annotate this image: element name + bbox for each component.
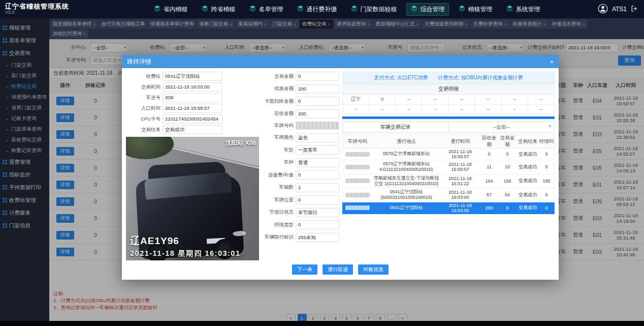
top-bar: 辽宁省稽核管理系统 V2.0 省内稽核 跨省稽核 名单管理 通行费补缴 xyxy=(0,0,644,18)
layers-icon xyxy=(459,5,465,13)
detail-cell: -- xyxy=(422,95,448,105)
field-value: 2021-11-18 15:59:57 xyxy=(163,104,222,113)
layers-icon xyxy=(506,5,513,13)
topnav-label: 门架数据校核 xyxy=(360,5,397,14)
photo-plate-overlay: 辽AE1Y96 xyxy=(130,234,179,248)
field-label: 交易金额 xyxy=(262,73,296,80)
records-column-header: 交易结果 xyxy=(517,138,539,145)
topnav-label: 省内稽核 xyxy=(163,5,187,14)
avatar-icon[interactable] xyxy=(598,4,608,15)
time-cell: 2021-11-18 16:03:00 xyxy=(440,203,480,213)
code-cell: 195 xyxy=(539,179,554,184)
field-value: 0 xyxy=(296,220,339,229)
field-row: 车牌颜色 蓝色 xyxy=(262,133,339,142)
blurred-plate xyxy=(345,205,370,210)
field-label: 收费站 xyxy=(126,73,163,80)
topnav-label: 名单管理 xyxy=(259,5,283,14)
modal-action-button[interactable]: 下一条 xyxy=(292,264,317,275)
left-fields: 收费站 0541辽宁沈阳站 交易时间 2021-11-18 16:03:00 车… xyxy=(126,72,259,136)
detail-cell: -- xyxy=(528,95,555,105)
field-label: 车道号 xyxy=(126,95,163,101)
time-cell: 2021-11-18 15:59:57 xyxy=(440,149,480,159)
field-label: 车型 xyxy=(262,147,296,154)
amount-cell: 0 xyxy=(498,152,517,157)
record-row[interactable]: 浑南新城东互通立交-下深沟枢纽立交 1(G111321004000210010)… xyxy=(342,174,555,189)
result-cell: 交易成功 xyxy=(517,151,539,158)
topnav-item[interactable]: 门架数据校核 xyxy=(346,3,401,16)
topnav-item[interactable]: 名单管理 xyxy=(245,3,287,16)
bush-shape xyxy=(126,137,174,159)
record-row[interactable]: 0541辽宁沈阳站 2021-11-18 16:03:00 200 0 交易成功… xyxy=(342,202,555,214)
field-row: CPU卡号 21011740230031402454 xyxy=(126,114,259,124)
field-label: 应收金额 xyxy=(262,110,296,117)
due-cell: 11 xyxy=(480,164,498,169)
layers-icon xyxy=(202,5,208,13)
field-label: 交易结果 xyxy=(126,127,163,133)
blurred-plate xyxy=(345,179,370,183)
logout-icon[interactable] xyxy=(631,5,638,14)
detail-cell: -- xyxy=(449,95,475,105)
topnav-label: 综合管理 xyxy=(420,5,444,14)
transaction-detail-title: 交易明细 xyxy=(342,84,555,95)
detail-cell: -- xyxy=(369,105,396,114)
topnav-item[interactable]: 省内稽核 xyxy=(149,3,192,16)
app-version: V2.0 xyxy=(5,10,96,15)
field-value: 0 xyxy=(296,170,339,180)
detail-cell: -- xyxy=(502,95,528,105)
path-detail-modal: 路径详情 收费站 0541辽宁沈阳站 交易时间 2021-11-18 16:03… xyxy=(122,55,559,280)
topnav-item[interactable]: 稽核管理 xyxy=(454,3,497,16)
result-cell: 交易成功 xyxy=(517,164,539,170)
place-cell: 0570辽宁浑南新城东站 KG111321004000520010) xyxy=(372,160,440,174)
record-row[interactable]: 0541辽宁沈阳站(5000321001000100010) 2021-11-1… xyxy=(342,188,555,202)
field-value xyxy=(296,122,339,130)
modal-action-button[interactable]: 对账信息 xyxy=(358,264,389,275)
field-row: 车牌位置 0 xyxy=(262,195,339,204)
modal-left-column: 收费站 0541辽宁沈阳站 交易时间 2021-11-18 16:03:00 车… xyxy=(126,72,259,260)
topnav-item[interactable]: 综合管理 xyxy=(406,3,449,16)
layers-icon xyxy=(249,5,256,13)
field-label: 车辆限行标识 xyxy=(262,234,296,241)
detail-cell: -- xyxy=(396,95,422,105)
plate-cell xyxy=(343,152,372,157)
record-row[interactable]: 0570辽宁浑南新城东站 2021-11-18 15:59:57 0 0 交易成… xyxy=(342,149,555,160)
amount-cell: 156 xyxy=(498,179,517,184)
records-body: 0570辽宁浑南新城东站 2021-11-18 15:59:57 0 0 交易成… xyxy=(342,149,555,214)
modal-footer: 下一条 通行轨迹 对账信息 xyxy=(122,260,559,280)
plate-cell xyxy=(343,193,372,197)
plate-cell xyxy=(343,179,372,183)
code-cell: 0 xyxy=(539,205,554,211)
field-value: 2021-11-18 16:03:00 xyxy=(163,82,222,92)
topnav-item[interactable]: 通行费补缴 xyxy=(293,3,341,16)
layers-icon xyxy=(351,5,358,13)
blurred-plate xyxy=(345,193,370,197)
field-row: 车辆限行标识 255未知 xyxy=(262,233,339,242)
field-row: 卡面扣除金额 0 xyxy=(262,97,339,106)
detail-cell: -- xyxy=(528,105,555,114)
record-row[interactable]: 0570辽宁浑南新城东站 KG111321004000520010) 2021-… xyxy=(342,160,555,174)
field-label: 车牌颜色 xyxy=(262,134,296,141)
vehicle-photo: 沈阳站 X06 辽AE1Y96 2021-11-18 星期四 16:03:01 xyxy=(126,137,259,260)
detail-cell: -- xyxy=(449,105,475,114)
topnav-item[interactable]: 系统管理 xyxy=(502,3,544,16)
records-column-header: 通行地点 xyxy=(372,138,440,145)
topnav-item[interactable]: 跨省稽核 xyxy=(197,3,240,16)
vehicle-records-bar: 车辆交易记录 --全部-- xyxy=(342,122,555,133)
field-value: X06 xyxy=(163,93,222,102)
transaction-detail-row-2: ---------------- xyxy=(342,105,555,114)
blurred-plate xyxy=(345,152,370,157)
field-value: 一类客车 xyxy=(296,145,339,155)
result-cell: 交易成功 xyxy=(517,177,539,184)
modal-action-button[interactable]: 通行轨迹 xyxy=(323,264,353,275)
username: ATS1 xyxy=(612,6,627,13)
field-row: 交易时间 2021-11-18 16:03:00 xyxy=(126,82,259,92)
modal-right-panel: 支付方式: 出口ETC消费 计费方式: 按OBU内累计优惠金额计费 交易明细 辽… xyxy=(342,72,555,260)
field-row: 收费站 0541辽宁沈阳站 xyxy=(126,72,259,81)
field-value: 0541辽宁沈阳站 xyxy=(163,72,222,81)
field-value: 交易成功 xyxy=(163,125,222,134)
field-row: 入口时间 2021-11-18 15:59:57 xyxy=(126,104,259,113)
close-icon[interactable] xyxy=(550,58,554,66)
modal-body: 收费站 0541辽宁沈阳站 交易时间 2021-11-18 16:03:00 车… xyxy=(122,68,559,260)
detail-cell: -- xyxy=(475,105,502,114)
records-filter-select[interactable]: --全部-- xyxy=(449,122,555,133)
time-cell: 2021-11-18 16:01:22 xyxy=(440,176,480,186)
